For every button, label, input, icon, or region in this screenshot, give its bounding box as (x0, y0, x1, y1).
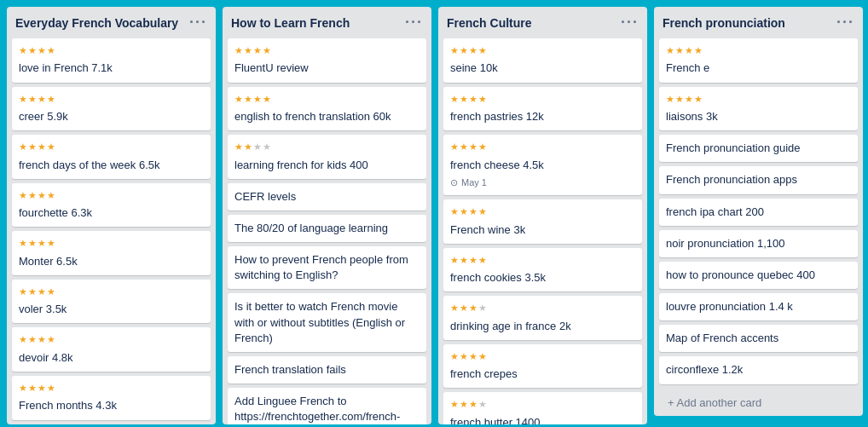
card[interactable]: ★★★★Monter 6.5k (12, 231, 211, 275)
star-icon: ★ (234, 141, 243, 153)
card[interactable]: ★★★★english to french translation 60k (228, 87, 426, 131)
card-text: fourchette 6.3k (19, 205, 204, 221)
star-icon: ★ (244, 93, 252, 106)
card[interactable]: ★★★★voler 3.5k (12, 280, 211, 324)
star-icon: ★ (28, 189, 37, 202)
star-rating: ★★★★ (450, 302, 635, 314)
card[interactable]: CEFR levels (228, 183, 426, 211)
star-rating: ★★★★ (450, 350, 635, 363)
card-text: noir pronunciation 1,100 (666, 236, 851, 251)
star-icon: ★ (38, 382, 46, 395)
card-text: french crepes (450, 366, 635, 382)
card[interactable]: ★★★★creer 5.9k (12, 87, 211, 131)
card[interactable]: ★★★★french cheese 4.5k⊙May 1 (443, 135, 642, 195)
star-icon: ★ (19, 141, 27, 153)
card[interactable]: ★★★★seine 10k (443, 38, 642, 83)
star-icon: ★ (469, 44, 477, 57)
star-icon: ★ (478, 205, 487, 218)
star-icon: ★ (469, 254, 477, 267)
star-icon: ★ (450, 350, 459, 363)
card-text: french cookies 3.5k (450, 270, 635, 286)
star-rating: ★★★★ (234, 93, 420, 106)
star-icon: ★ (28, 333, 37, 346)
card[interactable]: ★★★★learning french for kids 400 (228, 135, 426, 179)
card-text: french pastries 12k (450, 109, 635, 124)
star-rating: ★★★★ (450, 254, 635, 267)
card[interactable]: noir pronunciation 1,100 (659, 230, 858, 257)
column-col2: How to Learn French···★★★★FluentU review… (223, 7, 431, 424)
star-rating: ★★★★ (666, 44, 851, 57)
column-title: How to Learn French (231, 16, 350, 30)
star-icon: ★ (47, 382, 55, 395)
card[interactable]: ★★★★liaisons 3k (659, 87, 858, 131)
star-icon: ★ (38, 237, 46, 250)
card[interactable]: ★★★★French wine 3k (443, 199, 642, 244)
star-icon: ★ (450, 205, 459, 218)
card[interactable]: ★★★★devoir 4.8k (12, 327, 211, 372)
star-icon: ★ (460, 93, 468, 106)
card-text: French pronunciation apps (666, 172, 851, 188)
cards-container: ★★★★love in French 7.1k★★★★creer 5.9k★★★… (7, 38, 216, 424)
star-icon: ★ (263, 93, 271, 106)
card[interactable]: ★★★★fourchette 6.3k (12, 183, 211, 228)
card[interactable]: How to prevent French people from switch… (228, 246, 426, 289)
card[interactable]: ★★★★French e (659, 38, 858, 83)
card[interactable]: ★★★★FluentU review (228, 38, 426, 83)
clock-icon: ⊙ (450, 176, 458, 189)
column-menu-button[interactable]: ··· (405, 14, 423, 32)
card[interactable]: French translation fails (228, 356, 426, 384)
star-icon: ★ (28, 382, 37, 395)
card-text: Map of French accents (666, 331, 851, 346)
star-icon: ★ (47, 141, 55, 153)
card[interactable]: Is it better to watch French movie with … (228, 293, 426, 352)
column-menu-button[interactable]: ··· (189, 14, 207, 32)
card-text: CEFR levels (234, 189, 420, 205)
star-icon: ★ (478, 44, 487, 57)
star-icon: ★ (253, 44, 262, 57)
column-header: French pronunciation··· (654, 7, 863, 38)
star-icon: ★ (469, 302, 477, 314)
card[interactable]: Add Linguee French to https://frenchtoge… (228, 388, 426, 424)
card[interactable]: how to pronounce quebec 400 (659, 262, 858, 289)
card[interactable]: ★★★★love in French 7.1k (12, 38, 211, 83)
star-rating: ★★★★ (19, 189, 204, 202)
cards-container: ★★★★French e★★★★liaisons 3kFrench pronun… (654, 38, 863, 389)
card[interactable]: French pronunciation guide (659, 135, 858, 162)
card-text: French wine 3k (450, 222, 635, 238)
cards-container: ★★★★FluentU review★★★★english to french … (223, 38, 431, 424)
card[interactable]: french ipa chart 200 (659, 199, 858, 226)
add-card-button[interactable]: + Add another card (659, 391, 858, 414)
card[interactable]: ★★★★French months 4.3k (12, 376, 211, 420)
column-menu-button[interactable]: ··· (621, 14, 639, 32)
card[interactable]: circonflexe 1.2k (659, 356, 858, 384)
card-text: learning french for kids 400 (234, 158, 420, 173)
star-icon: ★ (478, 302, 487, 314)
board: Everyday French Vocabulary···★★★★love in… (0, 0, 868, 427)
card[interactable]: The 80/20 of language learning (228, 215, 426, 242)
card[interactable]: ★★★★french days of the week 6.5k (12, 135, 211, 179)
card[interactable]: ★★★★french pastries 12k (443, 87, 642, 131)
column-title: French pronunciation (663, 16, 785, 30)
star-icon: ★ (478, 398, 487, 411)
card[interactable]: ★★★★drinking age in france 2k (443, 296, 642, 340)
star-icon: ★ (694, 93, 703, 106)
card-text: creer 5.9k (19, 109, 204, 124)
card[interactable]: ★★★★french butter 1400 (443, 392, 642, 424)
card-text: circonflexe 1.2k (666, 362, 851, 378)
star-icon: ★ (19, 382, 27, 395)
star-icon: ★ (234, 93, 243, 106)
star-rating: ★★★★ (450, 205, 635, 218)
star-icon: ★ (28, 44, 37, 57)
column-col3: French Culture···★★★★seine 10k★★★★french… (438, 7, 647, 424)
card-text: love in French 7.1k (19, 61, 204, 76)
card[interactable]: ★★★★french crepes (443, 344, 642, 389)
card[interactable]: French pronunciation apps (659, 166, 858, 193)
card[interactable]: Map of French accents (659, 325, 858, 352)
star-icon: ★ (478, 350, 487, 363)
card[interactable]: louvre pronunciation 1.4 k (659, 293, 858, 320)
column-col1: Everyday French Vocabulary···★★★★love in… (7, 7, 216, 424)
column-menu-button[interactable]: ··· (836, 14, 854, 32)
star-icon: ★ (460, 141, 468, 153)
card[interactable]: ★★★★french cookies 3.5k (443, 248, 642, 292)
column-header: How to Learn French··· (223, 7, 431, 38)
